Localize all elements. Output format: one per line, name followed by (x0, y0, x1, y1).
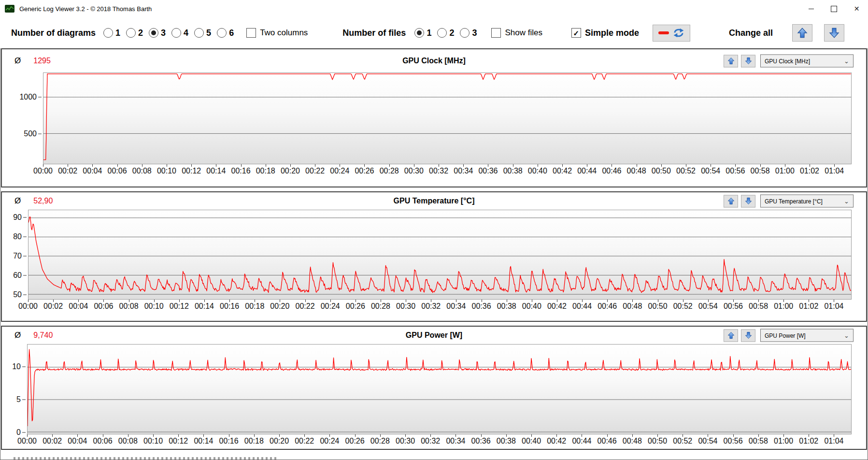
maximize-button[interactable] (823, 0, 845, 17)
x-axis-label: 01:02 (800, 167, 819, 175)
radio-selected-icon (414, 28, 424, 38)
x-axis-label: 00:04 (68, 437, 87, 446)
diagram-count-radio-4[interactable]: 4 (171, 28, 188, 38)
metric-select-dropdown[interactable]: GPU Temperature [°C] ⌄ (760, 195, 854, 208)
diagram-count-radio-1[interactable]: 1 (103, 28, 120, 38)
change-all-up-button[interactable] (792, 24, 812, 42)
x-axis-label: 00:52 (673, 437, 692, 446)
x-axis-label: 00:58 (749, 302, 768, 311)
chart-panel-header: Ø 52,90 GPU Temperature [°C] GPU Tempera… (2, 192, 866, 210)
x-axis-label: 00:16 (220, 302, 239, 311)
move-chart-up-button[interactable] (724, 195, 738, 207)
sync-icon (673, 28, 684, 38)
two-columns-checkbox[interactable]: Two columns (246, 28, 308, 38)
x-axis-label: 00:06 (94, 302, 113, 311)
arrow-down-icon (745, 331, 752, 340)
refresh-button[interactable] (653, 25, 690, 42)
x-axis-label: 00:24 (320, 437, 339, 446)
chart-panel-controls: GPU Clock [MHz] ⌄ (724, 55, 854, 68)
x-axis-label: 00:42 (553, 167, 572, 175)
close-button[interactable]: ✕ (845, 0, 868, 17)
line-chart (28, 345, 851, 434)
x-axis-label: 00:58 (751, 167, 770, 175)
move-chart-up-button[interactable] (724, 329, 738, 342)
x-axis-label: 00:22 (296, 302, 315, 311)
number-of-files-label: Number of files (342, 28, 406, 38)
x-axis-label: 00:14 (194, 437, 213, 446)
metric-select-dropdown[interactable]: GPU Clock [MHz] ⌄ (760, 55, 854, 68)
x-axis-label: 00:16 (219, 437, 239, 446)
simple-mode-checkbox[interactable]: ✓Simple mode (571, 28, 639, 38)
plot-area[interactable] (43, 72, 852, 164)
move-chart-down-button[interactable] (741, 195, 755, 207)
radio-icon (126, 28, 136, 38)
plot-area[interactable] (28, 210, 852, 300)
x-axis-label: 00:10 (157, 167, 176, 175)
y-tick-mark (23, 237, 27, 237)
chart-panel: Ø 9,740 GPU Power [W] GPU Power [W] ⌄ (1, 326, 867, 450)
diagram-count-radio-6[interactable]: 6 (217, 28, 234, 38)
diagram-count-radio-2[interactable]: 2 (126, 28, 143, 38)
x-axis-label: 00:12 (182, 167, 201, 175)
move-chart-down-button[interactable] (741, 329, 755, 342)
y-axis-label: 0 (16, 428, 21, 437)
x-axis-label: 00:02 (58, 167, 77, 175)
chart-panel-controls: GPU Temperature [°C] ⌄ (724, 195, 854, 208)
move-chart-down-button[interactable] (741, 55, 755, 67)
x-axis-label: 00:30 (396, 437, 415, 446)
x-axis-label: 00:24 (330, 167, 349, 175)
y-axis-label: 80 (13, 232, 22, 241)
x-axis-label: 01:00 (774, 437, 793, 446)
checkbox-checked-icon: ✓ (571, 28, 581, 38)
x-axis: 00:0000:0200:0400:0600:0800:1000:1200:14… (2, 164, 866, 179)
diagram-count-radio-3[interactable]: 3 (149, 28, 166, 38)
line-chart (43, 73, 851, 164)
clipped-bottom-row (14, 457, 277, 460)
x-axis-label: 00:40 (522, 437, 541, 446)
x-axis-label: 00:50 (648, 302, 667, 311)
y-tick-mark (22, 400, 26, 400)
y-tick-mark (23, 275, 27, 276)
change-all-down-button[interactable] (824, 24, 844, 42)
x-axis-label: 00:00 (33, 167, 53, 175)
x-axis: 00:0000:0200:0400:0600:0800:1000:1200:14… (2, 300, 866, 314)
radio-icon (437, 28, 447, 38)
x-axis-labels: 00:0000:0200:0400:0600:0800:1000:1200:14… (28, 300, 852, 314)
show-files-checkbox[interactable]: Show files (491, 28, 542, 38)
x-axis-label: 00:38 (503, 167, 523, 175)
metric-select-dropdown[interactable]: GPU Power [W] ⌄ (760, 329, 854, 342)
minimize-button[interactable] (800, 0, 823, 17)
move-chart-up-button[interactable] (724, 55, 738, 67)
number-of-diagrams-label: Number of diagrams (11, 28, 96, 38)
plot-row: 5001000 (2, 72, 866, 164)
x-axis-label: 00:08 (119, 302, 139, 311)
x-axis-label: 00:08 (132, 167, 152, 175)
x-axis-label: 01:02 (799, 302, 818, 311)
chevron-down-icon: ⌄ (844, 58, 849, 64)
checkbox-icon (246, 28, 256, 38)
x-axis-label: 00:18 (245, 302, 264, 311)
x-axis-label: 00:36 (472, 302, 491, 311)
x-axis-label: 00:52 (673, 302, 693, 311)
radio-icon (217, 28, 227, 38)
diagram-count-radio-5[interactable]: 5 (194, 28, 211, 38)
y-axis-label: 1000 (19, 93, 37, 101)
chart-panels: Ø 1295 GPU Clock [MHz] GPU Clock [MHz] (0, 48, 868, 450)
x-axis-label: 00:12 (170, 302, 189, 311)
radio-icon (171, 28, 181, 38)
y-axis: 0510 (2, 344, 27, 434)
x-axis-label: 00:48 (623, 302, 642, 311)
file-count-radio-3[interactable]: 3 (460, 28, 477, 38)
file-count-radio-2[interactable]: 2 (437, 28, 454, 38)
plot-area[interactable] (27, 344, 852, 434)
x-axis-label: 01:04 (824, 437, 843, 446)
x-axis-label: 00:44 (572, 302, 592, 311)
data-series-line (43, 74, 851, 160)
maximize-icon (831, 6, 837, 12)
x-axis-label: 00:10 (143, 437, 163, 446)
file-count-radio-1[interactable]: 1 (414, 28, 431, 38)
x-axis-label: 00:20 (281, 167, 300, 175)
x-axis-label: 00:34 (446, 437, 465, 446)
x-axis-label: 00:06 (108, 167, 127, 175)
x-axis-label: 00:58 (749, 437, 768, 446)
